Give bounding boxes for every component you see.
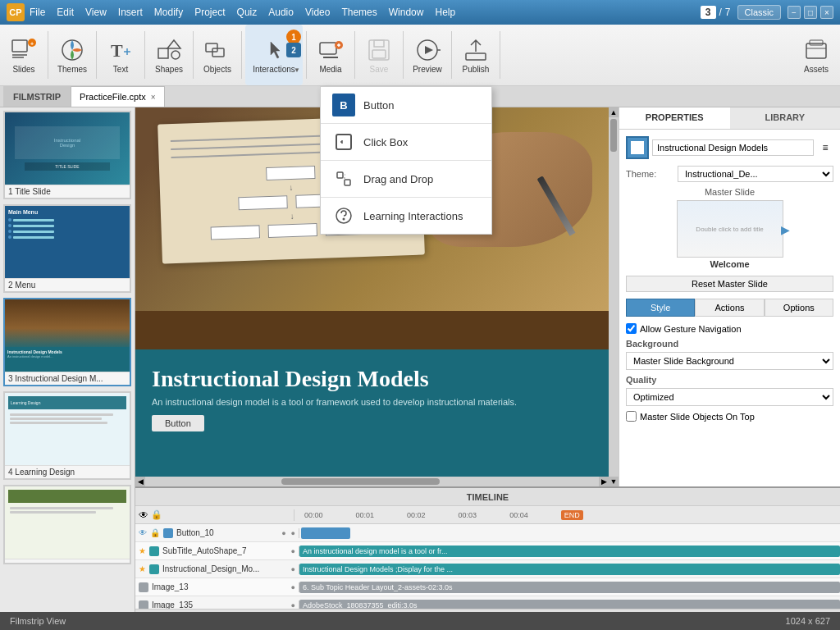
vscroll-up-arrow[interactable]: ▲ <box>609 107 619 117</box>
objects-button[interactable]: Objects <box>197 25 238 85</box>
menu-project[interactable]: Project <box>194 7 225 18</box>
shapes-label: Shapes <box>155 65 183 74</box>
svg-text:T: T <box>111 40 123 61</box>
toolbar-sep-5 <box>241 31 242 79</box>
welcome-label: Welcome <box>626 259 833 269</box>
assets-button[interactable]: Assets <box>796 25 837 85</box>
slides-button[interactable]: + Slides <box>3 25 44 85</box>
quality-select[interactable]: Optimized <box>626 388 833 406</box>
actions-tab[interactable]: Actions <box>695 299 764 317</box>
clickbox-item-icon <box>332 130 355 153</box>
menu-video[interactable]: Video <box>305 7 330 18</box>
menu-bar[interactable]: File Edit View Insert Modify Project Qui… <box>30 7 455 18</box>
style-tab[interactable]: Style <box>626 299 695 317</box>
shapes-button[interactable]: Shapes <box>148 25 189 85</box>
vscroll-thumb[interactable] <box>610 119 617 152</box>
track-5-dot: ● <box>291 601 295 609</box>
track-3-bar[interactable]: Instructional Design Models ;Display for… <box>299 564 840 575</box>
timeline-eye-toggle[interactable]: 👁 <box>139 509 148 521</box>
minimize-button[interactable]: − <box>788 6 801 19</box>
interactions-button[interactable]: 1 2 Interactions ▼ <box>245 25 303 85</box>
slide-thumb-3[interactable]: Instructional Design Models An instructi… <box>3 298 131 386</box>
menu-modify[interactable]: Modify <box>154 7 183 18</box>
track-1-lock-icon[interactable]: 🔒 <box>150 528 160 537</box>
reset-master-slide-button[interactable]: Reset Master Slide <box>626 276 833 292</box>
quality-section-label: Quality <box>626 375 833 385</box>
vscroll-track[interactable] <box>609 117 619 477</box>
title-bar-left: CP File Edit View Insert Modify Project … <box>7 3 455 21</box>
file-tab-label: PracticeFile.cptx <box>80 92 146 102</box>
properties-tab[interactable]: PROPERTIES <box>619 107 730 129</box>
menu-view[interactable]: View <box>85 7 107 18</box>
track-5-bar[interactable]: AdobeStock_180837355_editi:3.0s <box>299 600 840 609</box>
options-tab[interactable]: Options <box>765 299 833 317</box>
master-slide-preview[interactable]: Double click to add title <box>677 200 783 258</box>
menu-window[interactable]: Window <box>389 7 424 18</box>
timeline-track-3: ★ Instructional_Design_Mo... ● Instructi… <box>135 560 840 578</box>
hscroll-left-arrow[interactable]: ◀ <box>135 477 145 486</box>
slide-thumb-5[interactable] <box>3 485 131 564</box>
media-label: Media <box>319 65 341 74</box>
title-bar: CP File Edit View Insert Modify Project … <box>0 0 840 25</box>
track-1-eye-icon[interactable]: 👁 <box>139 528 147 537</box>
window-controls[interactable]: − □ × <box>788 6 833 19</box>
svg-rect-7 <box>158 48 168 58</box>
preview-button[interactable]: Preview <box>407 25 448 85</box>
mode-selector[interactable]: Classic <box>737 5 781 20</box>
media-button[interactable]: Media <box>310 25 351 85</box>
interactions-label: Interactions <box>253 65 295 74</box>
allow-gesture-checkbox[interactable] <box>626 323 637 334</box>
learning-item-label: Learning Interactions <box>363 210 463 222</box>
theme-row: Theme: Instructional_De... <box>626 166 833 182</box>
toolbar-sep-9 <box>451 31 452 79</box>
menu-quiz[interactable]: Quiz <box>237 7 258 18</box>
dragdrop-item-icon <box>332 167 355 190</box>
menu-audio[interactable]: Audio <box>268 7 294 18</box>
menu-file[interactable]: File <box>30 7 45 18</box>
hscroll-right-arrow[interactable]: ▶ <box>599 477 609 486</box>
file-tab-close[interactable]: × <box>151 93 156 102</box>
svg-rect-16 <box>374 40 384 47</box>
dropdown-button-item[interactable]: B Button <box>321 87 491 123</box>
objects-label: Objects <box>203 65 231 74</box>
master-objects-checkbox[interactable] <box>626 411 637 422</box>
track-3-label: ★ Instructional_Design_Mo... ● <box>135 564 299 574</box>
maximize-button[interactable]: □ <box>804 6 817 19</box>
slide-title-input[interactable] <box>652 139 814 156</box>
publish-button[interactable]: Publish <box>455 25 496 85</box>
slide-thumb-2[interactable]: Main Menu 2 Menu <box>3 204 131 293</box>
slide-thumb-4[interactable]: Learning Design 4 Learning Design <box>3 391 131 480</box>
slide-thumb-1[interactable]: InstructionalDesign TITLE SLIDE 1 Title … <box>3 111 131 199</box>
theme-select[interactable]: Instructional_De... <box>678 166 833 182</box>
menu-themes[interactable]: Themes <box>341 7 377 18</box>
dropdown-clickbox-item[interactable]: Click Box <box>321 124 491 160</box>
background-select[interactable]: Master Slide Background <box>626 352 833 370</box>
file-tab[interactable]: PracticeFile.cptx × <box>71 86 165 107</box>
track-3-bar-area: Instructional Design Models ;Display for… <box>299 560 840 578</box>
track-1-bar[interactable] <box>301 527 350 539</box>
dropdown-learning-item[interactable]: Learning Interactions <box>321 198 491 234</box>
track-2-bar[interactable]: An instructional design model is a tool … <box>299 546 840 557</box>
text-button[interactable]: T Text <box>100 25 141 85</box>
timeline-lock-toggle[interactable]: 🔒 <box>151 509 162 520</box>
track-4-label: Image_13 ● <box>135 582 299 592</box>
menu-help[interactable]: Help <box>435 7 455 18</box>
track-4-bar[interactable]: 6. Sub Topic Header Layout_2-assets-02:3… <box>299 582 840 593</box>
close-button[interactable]: × <box>820 6 833 19</box>
slide-title-menu-icon[interactable]: ≡ <box>817 139 833 156</box>
themes-button[interactable]: Themes <box>52 25 93 85</box>
slide-button-element[interactable]: Button <box>152 415 204 431</box>
hscroll-thumb[interactable] <box>281 478 441 485</box>
menu-edit[interactable]: Edit <box>57 7 74 18</box>
dropdown-dragdrop-item[interactable]: Drag and Drop <box>321 161 491 197</box>
interactions-icon <box>261 37 287 63</box>
vscroll-down-arrow[interactable]: ▼ <box>609 477 619 486</box>
save-button[interactable]: Save <box>358 25 399 85</box>
library-tab[interactable]: LIBRARY <box>730 107 841 129</box>
track-2-name: SubTitle_AutoShape_7 <box>162 546 247 555</box>
slide-4-preview: Learning Design <box>5 393 130 465</box>
hscroll-track[interactable] <box>145 477 599 486</box>
menu-insert[interactable]: Insert <box>118 7 143 18</box>
master-slide-arrow-icon[interactable]: ▶ <box>781 223 790 236</box>
svg-point-27 <box>343 218 345 221</box>
